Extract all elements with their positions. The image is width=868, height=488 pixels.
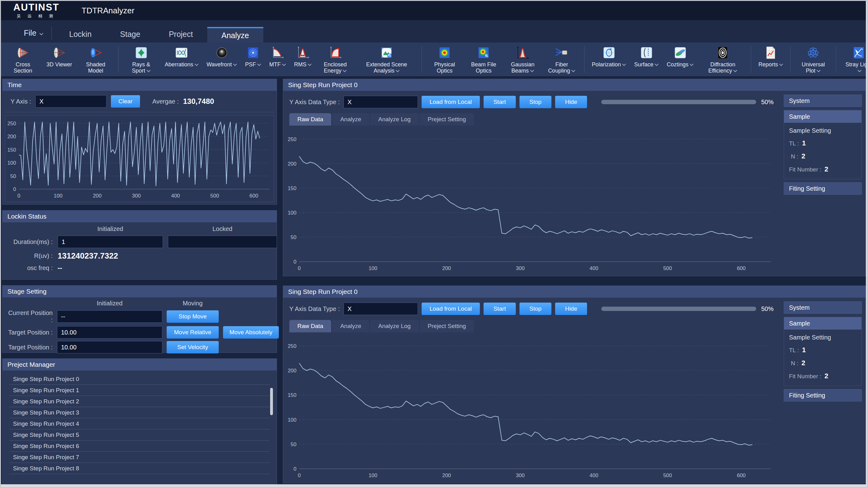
sample-setting-link[interactable]: Sample Setting [789,127,857,134]
svg-text:100: 100 [7,160,16,166]
toolbar-item-reports[interactable]: Reports [754,46,787,67]
fiting-setting-section-header[interactable]: Fiting Setting [784,182,862,195]
system-section-header[interactable]: System [784,302,862,314]
tab-analyze[interactable]: Analyze [332,113,369,125]
project-list-item[interactable]: Singe Step Run Project 0 [9,374,270,385]
project-list-item[interactable]: Singe Step Run Project 6 [9,440,270,452]
toolbar-item-aberrations[interactable]: Aberrations [161,46,203,67]
stop-button[interactable]: Stop [520,96,551,108]
svg-text:100: 100 [288,417,297,423]
toolbar-item-enclosed-energy[interactable]: Enclosed Energy [316,46,355,74]
svg-text:50: 50 [10,173,16,179]
toolbar-item-polarization[interactable]: Polarization [588,46,630,67]
project-list-item-partial [9,474,270,479]
duration-input[interactable] [58,236,163,248]
run-panel-1-tabs: Raw DataAnalyzeAnalyze LogPreject Settin… [289,320,782,333]
sample-section-header[interactable]: Sample [784,317,862,329]
toolbar-item-universal-plot[interactable]: Universal Plot [794,46,833,74]
toolbar: Cross Section3D ViewerShaded ModelRays &… [1,42,867,76]
file-menu-button[interactable]: File [11,28,52,37]
load-from-local-button[interactable]: Load from Local [422,96,480,108]
sample-setting-link[interactable]: Sample Setting [789,334,857,341]
hide-button[interactable]: Hide [555,96,587,108]
stop-move-button[interactable]: Stop Move [167,310,219,323]
system-section-header[interactable]: System [784,94,862,107]
toolbar-item-psf[interactable]: PSF [241,46,265,67]
tab-preject-setting[interactable]: Preject Setting [420,320,474,333]
project-list-item[interactable]: Singe Step Run Project 5 [9,429,270,440]
horizontal-scrollbar[interactable] [1,484,867,487]
move-relative-button[interactable]: Move Relative [167,326,219,339]
tab-preject-setting[interactable]: Preject Setting [420,113,474,125]
vertical-scrollbar-thumb[interactable] [270,388,273,415]
fiting-setting-section-header[interactable]: Fiting Setting [784,389,862,402]
toolbar-item-coztings[interactable]: Coztings [662,46,698,67]
shaded-model-icon [89,46,103,60]
project-list-item[interactable]: Singe Step Run Project 4 [9,418,270,429]
toolbar-item-3d-viewer[interactable]: 3D Viewer [42,46,76,67]
svg-text:150: 150 [7,147,16,153]
toolbar-item-cross-section[interactable]: Cross Section [3,46,42,74]
y-axis-data-type-input[interactable] [344,303,418,315]
toolbar-item-extended-scene-analysis[interactable]: Extended Scene Analysis [355,46,418,74]
current-position-input[interactable] [57,310,162,323]
chart-svg: 0501001502002500100200300400500600 [5,116,274,200]
menu-tab-lockin[interactable]: Lockin [55,27,105,42]
progress-track [601,307,756,311]
menu-tab-stage[interactable]: Stage [106,27,155,42]
tab-analyze-log[interactable]: Analyze Log [370,320,419,333]
project-list: Singe Step Run Project 0Singe Step Run P… [2,371,277,487]
svg-text:200: 200 [288,161,297,167]
sample-section-header[interactable]: Sample [784,110,862,123]
menu-tab-project[interactable]: Project [155,27,207,42]
tab-raw-data[interactable]: Raw Data [289,113,331,125]
project-list-item[interactable]: Singe Step Run Project 1 [9,385,270,396]
target-position-input-1[interactable] [57,326,162,339]
locked-duration-input[interactable] [168,236,277,248]
tab-analyze[interactable]: Analyze [332,320,369,333]
toolbar-item-label: Rays & Sport [126,61,157,74]
stop-button[interactable]: Stop [520,303,551,315]
toolbar-item-physical-optics[interactable]: Physical Optics [425,46,464,74]
svg-text:150: 150 [288,185,297,191]
menu-tab-analyze[interactable]: Analyze [207,27,263,42]
project-list-item[interactable]: Singe Step Run Project 7 [9,452,270,463]
vertical-scrollbar[interactable] [866,1,867,484]
target-position-input-2[interactable] [57,341,162,353]
toolbar-item-rms[interactable]: RMS [290,46,316,67]
toolbar-item-diffraction-efficiency[interactable]: Diffraction Efficiency [698,46,748,74]
tab-analyze-log[interactable]: Analyze Log [370,113,419,125]
set-velocity-button[interactable]: Set Velocity [167,341,219,353]
svg-text:100: 100 [54,193,62,199]
brand-logo: AUTINST 昊 远 精 测 [13,2,59,19]
toolbar-item-gaussian-beams[interactable]: Gaussian Beams [503,46,542,74]
toolbar-item-mtf[interactable]: MTF [265,46,290,67]
toolbar-item-label: Enclosed Energy [320,61,351,74]
ruv-label: R(uv) : [6,252,53,259]
y-axis-data-type-input[interactable] [344,96,418,108]
tab-raw-data[interactable]: Raw Data [289,320,331,333]
svg-text:300: 300 [132,193,141,199]
load-from-local-button[interactable]: Load from Local [422,303,480,315]
project-list-item[interactable]: Singe Step Run Project 8 [9,463,270,474]
toolbar-item-label: Universal Plot [798,61,829,74]
project-list-item[interactable]: Singe Step Run Project 2 [9,396,270,407]
toolbar-item-shaded-model[interactable]: Shaded Model [76,46,115,74]
project-list-item[interactable]: Singe Step Run Project 3 [9,407,270,418]
run-panel-1-body: Y Axis Data Type : Load from Local Start… [283,298,782,484]
toolbar-item-fiber-coupling[interactable]: Fiber Coupling [542,46,581,74]
toolbar-item-stray-light[interactable]: Stray Light [839,46,867,74]
move-absolutely-button[interactable]: Move Absolutely [223,326,279,339]
toolbar-item-surface[interactable]: Surface [630,46,662,67]
coztings-icon [673,46,687,60]
toolbar-item-rays-sport[interactable]: Rays & Sport [122,46,161,74]
toolbar-item-beam-file-optics[interactable]: Beam File Optics [464,46,503,74]
clear-button[interactable]: Clear [111,95,140,108]
start-button[interactable]: Start [484,96,516,108]
y-axis-input[interactable] [35,95,106,108]
toolbar-item-wavefront[interactable]: Wavefront [203,46,241,67]
tl-value: 1 [802,139,806,147]
fit-number-value: 2 [825,165,828,173]
start-button[interactable]: Start [484,303,516,315]
hide-button[interactable]: Hide [555,303,587,315]
